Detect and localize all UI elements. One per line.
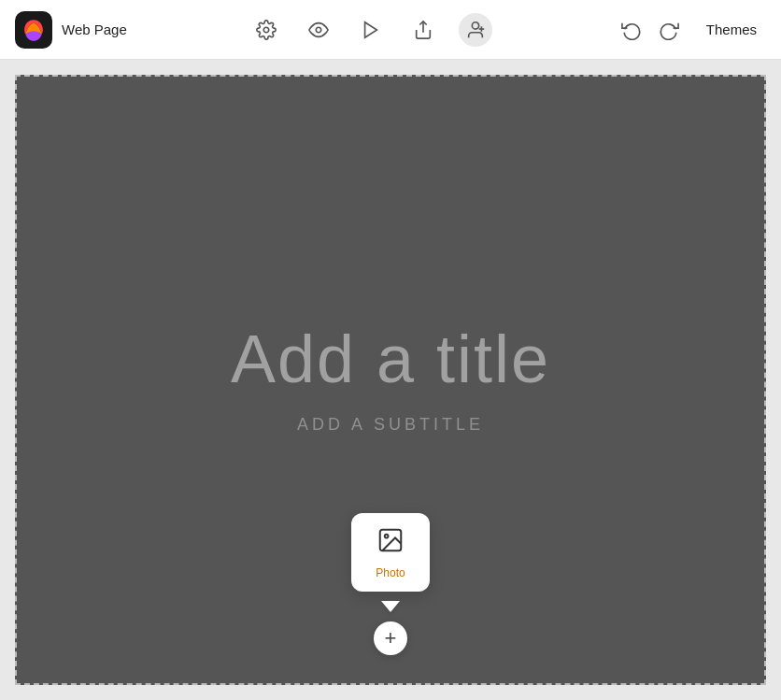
svg-point-1 xyxy=(263,27,269,33)
photo-icon xyxy=(376,526,405,561)
canvas-title-placeholder[interactable]: Add a title xyxy=(231,325,550,393)
share-icon[interactable] xyxy=(406,13,440,47)
app-title: Web Page xyxy=(62,21,127,37)
topbar: Web Page xyxy=(0,0,781,60)
themes-button[interactable]: Themes xyxy=(697,16,766,43)
undo-button[interactable] xyxy=(615,13,648,47)
svg-point-9 xyxy=(385,534,389,537)
svg-point-2 xyxy=(316,27,321,33)
canvas-wrapper: Add a title ADD A SUBTITLE Photo + xyxy=(15,75,766,685)
topbar-left: Web Page xyxy=(15,11,127,49)
settings-icon[interactable] xyxy=(249,13,283,47)
photo-label: Photo xyxy=(376,566,405,579)
topbar-center xyxy=(127,13,615,47)
undo-redo-group xyxy=(615,13,686,47)
canvas-subtitle-placeholder[interactable]: ADD A SUBTITLE xyxy=(297,415,484,435)
add-person-icon[interactable] xyxy=(459,13,492,47)
play-icon[interactable] xyxy=(354,13,388,47)
add-button[interactable]: + xyxy=(374,621,407,655)
topbar-right: Themes xyxy=(615,13,766,47)
photo-widget-container: Photo + xyxy=(351,513,430,655)
canvas-area: Add a title ADD A SUBTITLE Photo + xyxy=(0,60,781,700)
photo-widget-arrow xyxy=(381,601,400,612)
photo-widget[interactable]: Photo xyxy=(351,513,430,592)
svg-point-5 xyxy=(472,21,478,28)
app-logo xyxy=(15,11,52,49)
redo-button[interactable] xyxy=(652,13,686,47)
preview-icon[interactable] xyxy=(302,13,335,47)
svg-marker-3 xyxy=(364,21,376,37)
